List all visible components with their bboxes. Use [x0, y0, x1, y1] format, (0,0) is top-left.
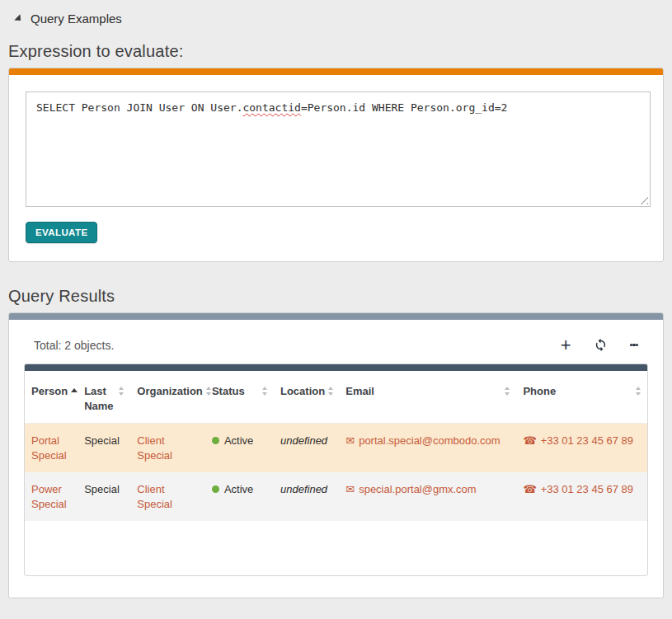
total-count: Total: 2 objects.: [34, 339, 114, 352]
sort-ascending-icon: [71, 388, 78, 392]
table-row[interactable]: Power Special Special Client Special Act…: [25, 472, 647, 521]
results-table: Person Last Name Organization Status: [25, 371, 647, 521]
query-examples-toggle[interactable]: Query Examples: [15, 12, 664, 26]
sort-icon[interactable]: [636, 387, 641, 396]
caret-down-icon: [14, 14, 23, 23]
column-header-email[interactable]: Email: [339, 371, 516, 424]
column-header-organization[interactable]: Organization: [130, 371, 205, 424]
status-cell: Active: [224, 483, 253, 495]
sort-icon[interactable]: [505, 387, 510, 396]
table-row[interactable]: Portal Special Special Client Special Ac…: [25, 424, 647, 473]
query-input[interactable]: SELECT Person JOIN User ON User.contacti…: [26, 91, 651, 207]
column-label: Phone: [523, 384, 556, 399]
email-icon: ✉: [345, 483, 355, 495]
status-cell: Active: [224, 434, 253, 447]
last-name-cell: Special: [84, 483, 120, 495]
resize-grip[interactable]: [639, 195, 648, 204]
add-object-icon[interactable]: +: [561, 340, 571, 351]
results-accent-bar: [9, 313, 663, 320]
results-heading: Query Results: [8, 287, 664, 306]
column-label: Person: [31, 384, 68, 399]
phone-icon: ☎: [523, 483, 536, 495]
query-text-after: =Person.id WHERE Person.org_id=2: [301, 101, 507, 114]
sort-icon[interactable]: [206, 387, 211, 396]
page: Query Examples Expression to evaluate: S…: [8, 12, 664, 598]
status-dot: [212, 485, 219, 493]
phone-icon: ☎: [523, 434, 536, 447]
phone-link[interactable]: +33 01 23 45 67 89: [541, 434, 633, 447]
results-toolbar-row: Total: 2 objects. +: [24, 335, 648, 352]
expression-heading: Expression to evaluate:: [8, 42, 664, 61]
kebab-menu-icon[interactable]: [630, 342, 639, 348]
last-name-cell: Special: [84, 434, 120, 447]
email-icon: ✉: [345, 434, 355, 447]
query-text-misspelled: contactid: [242, 101, 300, 114]
column-header-status[interactable]: Status: [205, 371, 274, 424]
email-link[interactable]: special.portal@gmx.com: [359, 483, 477, 495]
query-text-before: SELECT Person JOIN User ON User.: [36, 101, 242, 114]
column-header-phone[interactable]: Phone: [516, 371, 647, 424]
email-link[interactable]: portal.special@combodo.com: [359, 434, 500, 447]
organization-link[interactable]: Client Special: [137, 483, 172, 510]
table-header-row: Person Last Name Organization Status: [25, 371, 647, 424]
query-examples-label: Query Examples: [31, 12, 122, 26]
column-header-person[interactable]: Person: [25, 371, 78, 424]
refresh-icon[interactable]: [594, 338, 608, 352]
results-panel: Total: 2 objects. +: [8, 312, 664, 598]
column-label: Email: [345, 384, 374, 399]
column-header-last-name[interactable]: Last Name: [78, 371, 130, 424]
status-dot: [212, 437, 219, 444]
person-link[interactable]: Power Special: [31, 483, 67, 510]
location-cell: undefined: [280, 483, 327, 495]
sort-icon[interactable]: [119, 387, 124, 396]
phone-link[interactable]: +33 01 23 45 67 89: [541, 483, 633, 495]
column-label: Organization: [137, 384, 202, 399]
column-label: Location: [280, 384, 325, 399]
location-cell: undefined: [280, 434, 327, 447]
sort-icon[interactable]: [262, 387, 267, 396]
results-table-card: Person Last Name Organization Status: [24, 363, 648, 576]
expression-panel: SELECT Person JOIN User ON User.contacti…: [8, 68, 664, 262]
column-header-location[interactable]: Location: [274, 371, 339, 424]
column-label: Status: [212, 384, 245, 399]
table-accent-bar: [25, 364, 647, 371]
sort-icon[interactable]: [328, 387, 333, 396]
organization-link[interactable]: Client Special: [137, 434, 172, 462]
expression-accent-bar: [9, 68, 663, 75]
results-toolbar: +: [561, 338, 641, 352]
evaluate-button[interactable]: EVALUATE: [26, 222, 97, 243]
column-label: Last Name: [84, 384, 115, 413]
person-link[interactable]: Portal Special: [31, 434, 67, 462]
